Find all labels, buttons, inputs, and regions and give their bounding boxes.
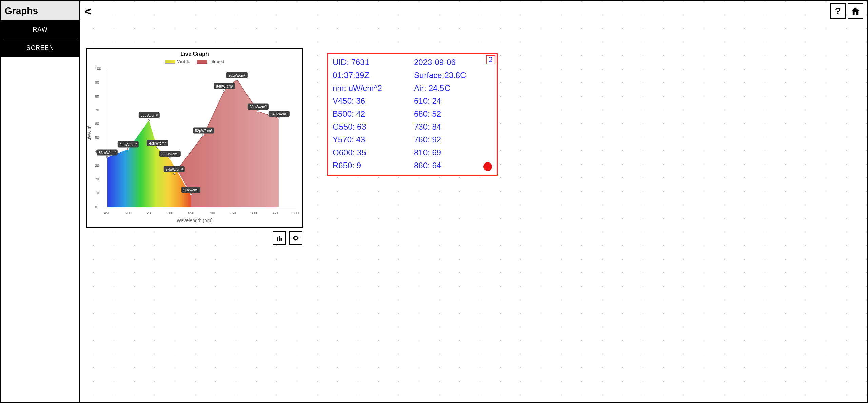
sidebar-title: Graphs (5, 5, 76, 16)
info-count-badge: 2 (486, 55, 495, 64)
eye-icon (292, 234, 299, 242)
info-cell: 730: 84 (414, 122, 492, 132)
info-cell: 2023-09-06 (414, 58, 492, 67)
y-tick: 60 (95, 122, 99, 126)
help-button[interactable]: ? (830, 3, 846, 19)
info-cell: 680: 52 (414, 109, 492, 119)
info-cell: Y570: 43 (333, 135, 411, 145)
main-area: < ? Live Graph Visible Infrared μW/cm² W (80, 1, 867, 402)
chart-title: Live Graph (87, 51, 302, 57)
data-label: 24μW/cm² (164, 166, 185, 172)
sidebar: Graphs RAW SCREEN (1, 1, 80, 402)
x-tick: 750 (230, 211, 236, 215)
x-tick: 650 (188, 211, 194, 215)
legend-infrared[interactable]: Infrared (197, 59, 224, 64)
data-point (169, 157, 171, 159)
data-point (223, 90, 225, 92)
data-point (236, 79, 238, 81)
data-point (156, 147, 158, 149)
info-cell: R650: 9 (333, 161, 411, 170)
data-label: 84μW/cm² (214, 83, 235, 89)
info-cell: G550: 63 (333, 122, 411, 132)
data-point (257, 110, 259, 112)
back-icon[interactable]: < (85, 5, 92, 18)
bars-icon (276, 235, 282, 241)
data-label: 63μW/cm² (138, 112, 159, 118)
data-label: 36μW/cm² (97, 150, 118, 156)
chart-bars-button[interactable] (273, 231, 286, 245)
home-button[interactable] (848, 3, 863, 19)
content-row: Live Graph Visible Infrared μW/cm² Wavel… (80, 21, 867, 235)
chart-plot-area: 0102030405060708090100450500550600650700… (107, 69, 296, 207)
chart-visibility-button[interactable] (289, 231, 302, 245)
y-tick: 20 (95, 177, 99, 181)
data-label: 42μW/cm² (118, 141, 139, 147)
info-cell: Surface:23.8C (414, 71, 492, 80)
y-tick: 70 (95, 108, 99, 112)
info-cell: 860: 64 (414, 161, 492, 170)
recording-indicator-icon (483, 162, 492, 171)
x-tick: 700 (209, 211, 215, 215)
data-point (173, 173, 175, 175)
data-label: 64μW/cm² (268, 111, 289, 117)
data-label: 43μW/cm² (147, 140, 168, 146)
info-cell: 760: 92 (414, 135, 492, 145)
x-tick: 550 (146, 211, 152, 215)
data-point (127, 148, 129, 150)
y-tick: 50 (95, 136, 99, 140)
y-tick: 30 (95, 164, 99, 168)
y-tick: 10 (95, 191, 99, 195)
sidebar-item-screen[interactable]: SCREEN (1, 39, 79, 57)
info-cell: V450: 36 (333, 96, 411, 106)
y-tick: 100 (95, 66, 101, 71)
info-cell: Air: 24.5C (414, 83, 492, 93)
info-cell: 810: 69 (414, 148, 492, 157)
data-label: 9μW/cm² (181, 187, 200, 193)
y-axis-label: μW/cm² (86, 125, 92, 140)
data-point (148, 119, 150, 121)
sidebar-header: Graphs (1, 1, 79, 21)
data-label: 52μW/cm² (193, 127, 214, 133)
x-tick: 600 (167, 211, 173, 215)
home-icon (851, 6, 860, 16)
x-tick: 500 (125, 211, 131, 215)
data-point (202, 134, 204, 136)
legend-visible-label: Visible (177, 59, 190, 64)
x-axis-label: Wavelength (nm) (177, 218, 213, 223)
data-point (278, 117, 280, 119)
chart-legend: Visible Infrared (87, 59, 302, 64)
info-cell: UID: 7631 (333, 58, 411, 67)
svg-rect-1 (279, 236, 280, 241)
swatch-infrared-icon (197, 60, 207, 64)
data-point (106, 156, 108, 158)
legend-visible[interactable]: Visible (165, 59, 190, 64)
chart-action-row (273, 231, 302, 245)
svg-rect-2 (281, 238, 282, 241)
x-tick: 850 (272, 211, 278, 215)
legend-infrared-label: Infrared (209, 59, 224, 64)
info-cell: 610: 24 (414, 96, 492, 106)
x-tick: 800 (251, 211, 257, 215)
data-label: 92μW/cm² (226, 72, 248, 78)
swatch-visible-icon (165, 60, 175, 64)
chart-panel: Live Graph Visible Infrared μW/cm² Wavel… (86, 48, 303, 228)
topbar: < ? (80, 1, 867, 21)
x-tick: 450 (104, 211, 110, 215)
info-cell: 01:37:39Z (333, 71, 411, 80)
info-cell: nm: uW/cm^2 (333, 83, 411, 93)
svg-rect-0 (277, 237, 278, 241)
chart-area-svg (107, 69, 296, 207)
y-tick: 0 (95, 205, 97, 209)
y-tick: 90 (95, 80, 99, 84)
data-point (190, 193, 192, 195)
x-tick: 900 (293, 211, 299, 215)
data-label: 69μW/cm² (248, 104, 269, 110)
y-tick: 80 (95, 94, 99, 98)
info-cell: O600: 35 (333, 148, 411, 157)
data-label: 35μW/cm² (159, 151, 180, 157)
info-cell: B500: 42 (333, 109, 411, 119)
help-icon: ? (835, 6, 841, 17)
sidebar-item-raw[interactable]: RAW (4, 21, 76, 39)
sidebar-items: RAW SCREEN (1, 21, 79, 57)
info-panel: 2 UID: 76312023-09-0601:37:39ZSurface:23… (327, 53, 498, 176)
